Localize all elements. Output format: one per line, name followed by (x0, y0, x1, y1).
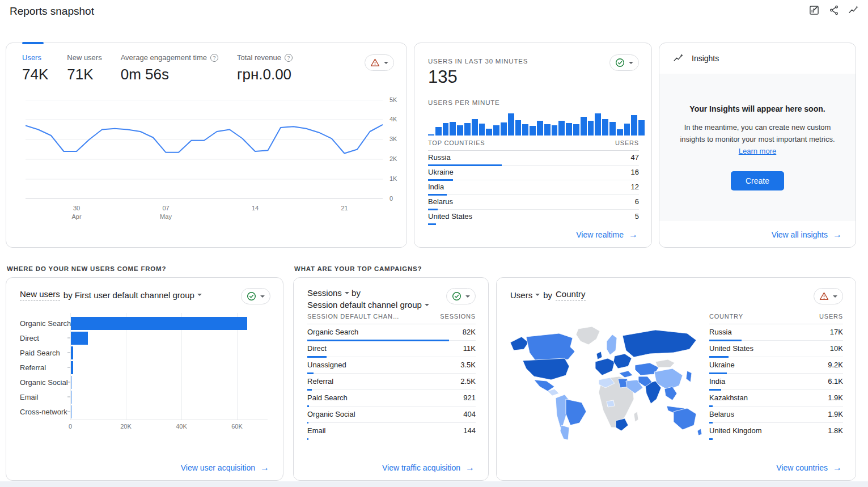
view-traffic-acquisition-link[interactable]: View traffic acquisition→ (382, 463, 475, 473)
map-region (664, 387, 677, 400)
table-row: United States5 (428, 210, 639, 225)
bar (71, 391, 71, 404)
help-icon[interactable]: ? (285, 54, 293, 62)
arrow-right-icon: → (833, 230, 842, 240)
users-per-minute-label: USERS PER MINUTE (428, 99, 500, 106)
header-actions (808, 4, 860, 16)
minute-bar (515, 120, 522, 135)
minute-bar (624, 124, 630, 135)
row-value: 12 (631, 183, 639, 191)
chevron-down-icon (535, 294, 540, 296)
metric-label: Total revenue? (237, 53, 293, 62)
metric-value: 0m 56s (121, 66, 218, 83)
view-all-insights-link[interactable]: View all insights→ (772, 230, 842, 240)
realtime-card: USERS IN LAST 30 MINUTES 135 USERS PER M… (414, 43, 652, 248)
category-label: Organic Social (20, 378, 67, 387)
realtime-heading: USERS IN LAST 30 MINUTES (428, 58, 528, 65)
map-region (623, 330, 696, 357)
metric-value: 71K (67, 66, 101, 83)
users-last-30min-value: 135 (428, 67, 458, 87)
metric-block[interactable]: Average engagement time?0m 56s (121, 53, 218, 83)
data-quality-badge[interactable] (241, 288, 270, 304)
campaigns-card: Sessions by Session default channel grou… (293, 277, 489, 481)
table-row: Russia47 (428, 151, 639, 166)
card-title: Sessions by Session default channel grou… (307, 287, 429, 311)
view-realtime-link[interactable]: View realtime→ (576, 230, 638, 240)
table-row: Organic Social404 (307, 406, 476, 423)
row-value: 3.5K (460, 361, 476, 369)
row-value: 82K (463, 328, 476, 336)
data-quality-badge[interactable] (814, 288, 843, 304)
metric-block[interactable]: Total revenue?грн.0.00 (237, 53, 293, 83)
metric-value: грн.0.00 (237, 66, 293, 83)
table-row: Russia17K (709, 324, 843, 341)
column-header: SESSION DEFAULT CHAN… (307, 313, 399, 320)
column-header: USERS (615, 139, 639, 146)
category-tick (67, 352, 70, 353)
help-icon[interactable]: ? (210, 54, 218, 62)
row-label: India (709, 377, 725, 386)
minute-bar (566, 123, 572, 135)
map-region (595, 358, 615, 375)
active-metric-tab-indicator (22, 42, 44, 44)
data-quality-badge[interactable] (446, 288, 476, 304)
learn-more-link[interactable]: Learn more (739, 147, 776, 155)
bar-row: Organic Search (20, 316, 272, 331)
metric-selector[interactable]: New users (20, 289, 60, 300)
metric-block[interactable]: New users71K (67, 53, 101, 83)
map-region (526, 333, 575, 362)
customize-report-icon[interactable] (808, 4, 820, 16)
category-label: Referral (20, 363, 67, 372)
minute-bar (457, 125, 463, 135)
arrow-right-icon: → (629, 230, 638, 240)
row-label: India (428, 183, 444, 191)
arrow-right-icon: → (465, 463, 475, 473)
minute-bar (479, 124, 485, 135)
row-bar (709, 438, 713, 440)
data-quality-badge[interactable] (365, 54, 394, 71)
sessions-by-channel-table: SESSION DEFAULT CHAN… SESSIONS Organic S… (307, 313, 476, 439)
metric-selector[interactable]: Sessions (307, 287, 349, 299)
share-icon[interactable] (828, 4, 840, 16)
row-label: Unassigned (307, 361, 346, 369)
map-region (534, 380, 554, 391)
minute-bar (552, 125, 558, 135)
chevron-down-icon (345, 292, 349, 294)
table-row: Email144 (307, 423, 476, 439)
metric-block[interactable]: Users74K (22, 53, 48, 83)
map-region (510, 337, 528, 350)
minute-bar (581, 117, 587, 135)
map-region (674, 408, 696, 430)
dimension-selector[interactable]: by First user default channel group (63, 290, 202, 300)
minute-bar (573, 124, 579, 135)
row-label: Ukraine (709, 361, 735, 369)
view-user-acquisition-link[interactable]: View user acquisition→ (181, 463, 269, 473)
metric-selector[interactable]: Users (510, 290, 540, 300)
insights-icon (673, 53, 684, 64)
user-acquisition-card: New users by First user default channel … (6, 277, 283, 481)
row-value: 6.1K (828, 377, 843, 386)
card-title: Users by Country (510, 289, 586, 300)
row-value: 1.9K (828, 393, 843, 402)
y-axis-tick-label: 4K (389, 116, 404, 122)
insights-icon[interactable] (848, 4, 860, 16)
dimension-selector[interactable]: Session default channel group (307, 299, 429, 311)
create-insight-button[interactable]: Create (731, 171, 784, 190)
column-header: TOP COUNTRIES (428, 139, 485, 146)
minute-bar (493, 125, 499, 135)
chevron-down-icon (425, 304, 429, 306)
row-value: 9.2K (828, 361, 843, 369)
page-title: Reports snapshot (10, 5, 94, 18)
data-quality-badge[interactable] (609, 54, 639, 71)
insights-body: In the meantime, you can create new cust… (671, 122, 844, 157)
dimension-selector[interactable]: Country (556, 289, 586, 300)
row-value: 921 (463, 393, 476, 402)
view-countries-link[interactable]: View countries→ (776, 463, 842, 473)
row-label: Russia (709, 328, 732, 336)
y-axis-tick-label: 5K (389, 96, 404, 103)
x-axis-tick-label: 40K (170, 423, 193, 430)
card-title: New users by First user default channel … (20, 289, 202, 300)
top-countries-table: TOP COUNTRIES USERS Russia47Ukraine16Ind… (428, 139, 639, 225)
y-axis-tick-label: 0 (389, 195, 404, 202)
x-axis-tick-label: 30Apr (64, 204, 89, 221)
